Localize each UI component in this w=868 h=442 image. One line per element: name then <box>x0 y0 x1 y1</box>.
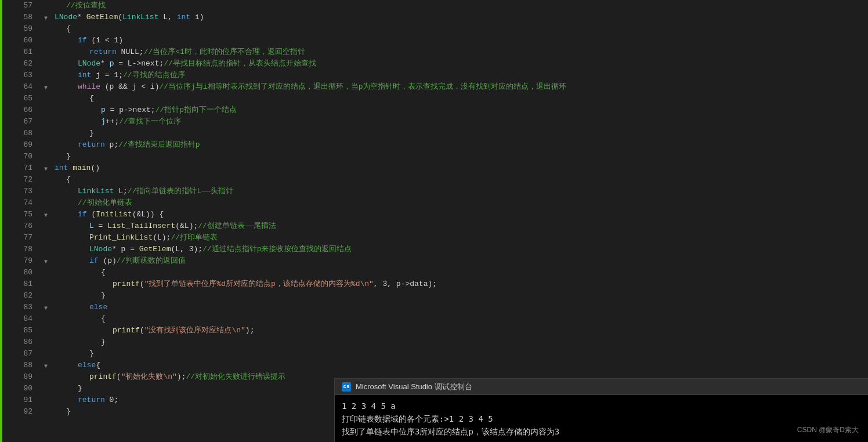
token-plain: = p->next; <box>106 104 155 116</box>
collapse-button[interactable]: ▼ <box>42 363 50 371</box>
gutter: ▼▼▼▼▼▼▼ <box>37 0 55 442</box>
token-plain: { <box>101 313 106 325</box>
code-line: if (InitList(&L)) { <box>55 209 868 220</box>
code-line: LNode* GetElem(LinkList L, int i) <box>55 12 868 23</box>
token-fn: GetElem <box>139 244 171 255</box>
token-plain: * p = <box>112 244 139 255</box>
token-cmt: //打印单链表 <box>171 232 218 244</box>
token-cmt: //通过结点指针p来接收按位查找的返回结点 <box>202 244 352 255</box>
line-number: 60 <box>2 35 32 46</box>
line-number: 78 <box>2 244 32 255</box>
code-editor: 5758596061626364656667686970717273747576… <box>0 0 868 442</box>
token-kw: else <box>78 360 96 371</box>
code-line: else{ <box>55 360 868 371</box>
token-kw: else <box>89 302 107 313</box>
token-kw: return <box>78 139 105 151</box>
token-kw2: while <box>78 81 100 93</box>
line-number: 61 <box>2 46 32 58</box>
token-str: "找到了单链表中位序%d所对应的结点p，该结点存储的内容为%d\n" <box>144 278 374 290</box>
token-cmt: //查找下一个位序 <box>119 116 181 128</box>
code-line: printf("找到了单链表中位序%d所对应的结点p，该结点存储的内容为%d\n… <box>55 278 868 290</box>
code-line: { <box>55 174 868 186</box>
token-plain: ( <box>118 12 122 23</box>
collapse-button[interactable]: ▼ <box>42 84 50 92</box>
line-numbers: 5758596061626364656667686970717273747576… <box>2 0 37 442</box>
collapse-button[interactable]: ▼ <box>42 165 50 173</box>
token-plain: () <box>91 162 100 174</box>
line-number: 62 <box>2 58 32 70</box>
token-plain: ); <box>177 371 186 383</box>
line-number: 86 <box>2 336 32 348</box>
line-number: 91 <box>2 394 32 406</box>
code-line: } <box>55 348 868 360</box>
collapse-button[interactable]: ▼ <box>42 305 50 313</box>
line-number: 65 <box>2 93 32 104</box>
token-kw: int <box>177 12 190 23</box>
token-cmt: //查找结束后返回指针p <box>118 139 200 151</box>
code-line: } <box>55 151 868 162</box>
line-number: 88 <box>2 360 32 371</box>
line-number: 57 <box>2 0 32 12</box>
terminal-content: 1 2 3 4 5 a打印链表数据域的各个元素:>1 2 3 4 5找到了单链表… <box>335 395 868 442</box>
line-number: 73 <box>2 186 32 197</box>
token-plain: i) <box>190 12 204 23</box>
token-fn: List_TailInsert <box>107 220 175 232</box>
csdn-watermark: CSDN @蒙奇D索大 <box>797 425 859 435</box>
terminal-title-bar: cs Microsoft Visual Studio 调试控制台 <box>335 379 868 395</box>
token-plain: = <box>94 220 107 232</box>
code-line: L = List_TailInsert(&L);//创建单链表——尾插法 <box>55 220 868 232</box>
line-number: 82 <box>2 290 32 302</box>
token-fn: printf <box>89 371 117 383</box>
code-line: int j = 1;//寻找的结点位序 <box>55 70 868 81</box>
line-number: 71 <box>2 162 32 174</box>
line-number: 83 <box>2 302 32 313</box>
token-plain: ( <box>140 278 144 290</box>
token-kw: return <box>78 394 105 406</box>
code-line: return NULL;//当位序<1时，此时的位序不合理，返回空指针 <box>55 46 868 58</box>
token-cmt: //指针p指向下一个结点 <box>155 104 237 116</box>
token-kw: if <box>89 255 99 267</box>
token-str: "没有找到该位序对应结点\n" <box>144 325 245 336</box>
line-number: 58 <box>2 12 32 23</box>
token-cmt: //寻找目标结点的指针，从表头结点开始查找 <box>164 58 316 70</box>
token-plain: } <box>101 290 106 302</box>
token-plain: (p && j < i) <box>100 81 159 93</box>
line-number: 75 <box>2 209 32 220</box>
token-fn: printf <box>113 325 140 336</box>
code-line: Print_LinkList(L);//打印单链表 <box>55 232 868 244</box>
line-number: 72 <box>2 174 32 186</box>
line-number: 90 <box>2 383 32 394</box>
line-number: 63 <box>2 70 32 81</box>
code-line: LNode* p = GetElem(L, 3);//通过结点指针p来接收按位查… <box>55 244 868 255</box>
token-cmt: //寻找的结点位序 <box>123 70 185 81</box>
line-number: 81 <box>2 278 32 290</box>
token-plain: { <box>101 267 106 278</box>
terminal-title: Microsoft Visual Studio 调试控制台 <box>356 382 472 392</box>
token-kw: if <box>78 35 87 46</box>
code-line: printf("没有找到该位序对应结点\n"); <box>55 325 868 336</box>
code-line: { <box>55 93 868 104</box>
code-line: { <box>55 23 868 35</box>
token-plain: { <box>96 360 100 371</box>
collapse-button[interactable]: ▼ <box>42 15 50 23</box>
token-plain: = L->next; <box>114 58 164 70</box>
token-fn: main <box>73 162 91 174</box>
token-var: L <box>89 220 94 232</box>
code-line: { <box>55 313 868 325</box>
code-line: LNode* p = L->next;//寻找目标结点的指针，从表头结点开始查找 <box>55 58 868 70</box>
line-number: 79 <box>2 255 32 267</box>
token-plain: * <box>100 58 110 70</box>
collapse-button[interactable]: ▼ <box>42 258 50 266</box>
token-cmt: //当位序<1时，此时的位序不合理，返回空指针 <box>144 46 305 58</box>
terminal-line: 找到了单链表中位序3所对应的结点p，该结点存储的内容为3 <box>342 425 861 438</box>
code-line: else <box>55 302 868 313</box>
line-number: 64 <box>2 81 32 93</box>
collapse-button[interactable]: ▼ <box>42 212 50 220</box>
line-number: 92 <box>2 406 32 418</box>
line-number: 68 <box>2 128 32 139</box>
token-plain: { <box>66 23 71 35</box>
token-cmt: //指向单链表的指针L——头指针 <box>128 186 233 197</box>
token-plain: NULL; <box>117 46 144 58</box>
token-plain: (p) <box>99 255 117 267</box>
token-cmt: //对初始化失败进行错误提示 <box>186 371 285 383</box>
